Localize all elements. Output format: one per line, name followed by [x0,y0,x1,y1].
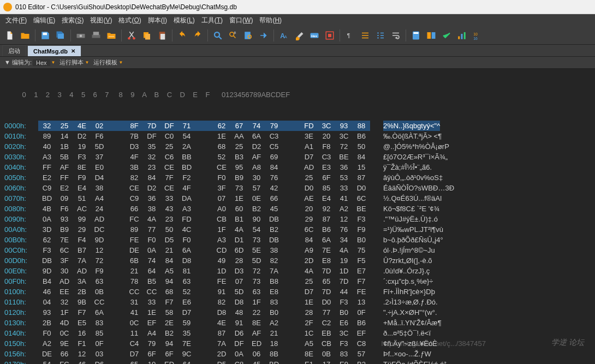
hex-bytes[interactable]: B4AD3A63 78B59463 FE0773B8 25657DF7 [38,276,370,287]
redo-button[interactable] [191,29,204,42]
menu-file[interactable]: 文件(F) [3,16,29,25]
hex-row[interactable]: 00F0h:B4AD3A63 78B59463 FE0773B8 25657DF… [0,276,595,287]
hex-row[interactable]: 0110h:04329BCC 3133F7E6 82D81F83 1ED0F31… [0,297,595,307]
cut-button[interactable] [125,29,138,42]
hex-ascii[interactable]: ½.Q¤É63Ú...f®äAl [383,193,442,204]
hex-ascii[interactable]: .2›Ì13÷æ‚Ø.ƒ.Ðó. [383,297,438,307]
hex-ascii[interactable]: ".÷jA.X×ØH"°(w°. [383,307,437,318]
replace-button[interactable]: B [227,29,240,42]
hex-ascii[interactable]: ."™­üJ#ýË±.Û)‡.ó [383,214,438,224]
find-in-files-button[interactable] [242,29,255,42]
menu-help[interactable]: 帮助(H) [257,16,284,25]
tab-chatmsg[interactable]: ChatMsg.db✕ [27,45,81,56]
hex-bytes[interactable]: 2B4DE583 0CEF2E59 4E918EA2 2FC2E6B6 [38,318,370,328]
hex-ascii[interactable]: ‰.Òö{ßÀT.ªjÃ> <¶ [383,131,442,141]
hex-row[interactable]: 00A0h:3DB929DC 8977504C 1F4A54B2 6CB676F… [0,224,595,235]
hex-bytes[interactable]: DB3F7A72 6B7484D8 49285D82 2DE819F5 [38,255,370,266]
hex-bytes[interactable]: A29EF10F C479947E 7ADFED18 A5CBF3C8 [38,338,370,349]
find-button[interactable] [211,29,224,42]
save-all-button[interactable] [54,29,67,42]
hex-row[interactable]: 0080h:4BF6AC24 663843A3 A060B245 2092A2B… [0,204,595,214]
menu-window[interactable]: 窗口(W) [227,16,255,25]
hex-bytes[interactable]: 46EE2B0B CCCC6852 915D63E8 D77D44FE [38,287,370,297]
hex-ascii[interactable]: Fî+.ÌÌhR']cè×}Dþ [383,287,435,297]
font-button[interactable]: AA [277,29,290,42]
menu-view[interactable]: 视图(V) [88,16,114,25]
hex-ascii[interactable]: +Må..ï.YN'Ž¢/Âæ¶ [383,318,442,328]
open-process-button[interactable] [90,29,103,42]
hex-bytes[interactable]: 0A9399AD FC4A23FD CBB190DB 298712F3 [38,214,370,224]
toggle-ruler-button[interactable]: ¶ [343,29,356,42]
hex-row[interactable]: 0120h:931FF76A 411E58D7 D84822B0 2877B00… [0,307,595,318]
hex-bytes[interactable]: 04329BCC 3133F7E6 82D81F83 1ED0F313 [38,297,370,307]
hex-ascii[interactable]: ÉâäÑÒÎO?sWBÐ…3Ð [383,183,454,193]
menu-format[interactable]: 格式(O) [116,16,143,25]
calculator-button[interactable] [409,29,423,42]
hex-row[interactable]: 0070h:BD0951A4 C93633DA 071E0E66 AEE4416… [0,193,595,204]
hex-bytes[interactable]: 4BF6AC24 663843A3 A060B245 2092A2BE [38,204,370,214]
hex-ascii[interactable]: @..]Ó5%*h%ÒÅ¡ørP [383,141,449,152]
hex-ascii[interactable]: Û?zrkt„ØI(],-è.õ [383,255,432,266]
hex-bytes[interactable]: 3DB929DC 8977504C 1F4A54B2 6CB676F9 [38,224,370,235]
hex-bytes[interactable]: 627EF49D FEF0D5F0 A3D173DB 846A34B0 [38,235,370,245]
hex-row[interactable]: 0020h:401B195D D335252A 6825D2C5 A1F8725… [0,141,595,152]
hex-bytes[interactable]: BD0951A4 C93633DA 071E0E66 AEE4416C [38,193,370,204]
hex-ascii[interactable]: ´­:cxµ"cþ.s¸%e}÷ [383,276,433,287]
hex-row[interactable]: 00C0h:F36CB712 DE0A216A CD6D5E38 A97E4A7… [0,245,595,255]
hex-bytes[interactable]: F00C1685 11A4B235 87D6AF21 1CEB3CEF [38,328,370,338]
linenums-button[interactable] [374,29,387,42]
hex-row[interactable]: 0010h:8914D2F6 7BDFC054 1EAA6AC3 3E203CB… [0,131,595,141]
undo-button[interactable] [176,29,189,42]
hex-bytes[interactable]: F36CB712 DE0A216A CD6D5E38 A97E4A75 [38,245,370,255]
hex-row[interactable]: 0150h:A29EF10F C479947E 7ADFED18 A5CBF3C… [0,338,595,349]
open-file-button[interactable] [19,29,32,42]
run-template-dropdown[interactable]: 运行模板 ▼ [93,58,123,67]
hex-toggle-button[interactable]: Hex [308,29,321,42]
hex-ascii[interactable]: =¹)Ü‰wPL.JT²l¶vù [383,224,443,235]
hex-row[interactable]: 0030h:A35BF337 4F32C6BB 52B3AF69 D7C3BE8… [0,152,595,162]
histogram-button[interactable] [455,29,468,42]
hex-row[interactable]: 0090h:0A9399AD FC4A23FD CBB190DB 298712F… [0,214,595,224]
hex-ascii[interactable]: Kö¬$f8C£ `²E '¢¾ [383,204,439,214]
hex-bytes[interactable]: E2FFF9D4 82847FF2 F0B93076 256F5387 [38,172,370,183]
hex-ascii[interactable]: ð...¤²5‡Ö¯!.ë<ï [383,328,431,338]
menu-search[interactable]: 搜索(S) [59,16,86,25]
open-folder-button[interactable] [105,29,118,42]
hex-bytes[interactable]: 401B195D D335252A 6825D2C5 A1F87250 [38,141,370,152]
tab-start[interactable]: 启动 [2,45,26,56]
run-script-dropdown[interactable]: 运行脚本 ▼ [59,58,89,67]
new-file-button[interactable] [3,29,16,42]
menu-edit[interactable]: 编辑(E) [31,16,57,25]
addresses-button[interactable] [359,29,372,42]
hex-ascii[interactable]: ÿ¯Žà;#Î½Î•¨„­ã6. [383,162,432,172]
hex-ascii[interactable]: ¢ñ.Äy"~zßí.¥ËóÈ [383,338,437,349]
hex-bytes[interactable]: FFAF8EE0 3B23CEBD CE95A884 ADE33615 [38,162,370,172]
hex-bytes[interactable]: 931FF76A 411E58D7 D84822B0 2877B00F [38,307,370,318]
insert-mode-button[interactable] [323,29,336,42]
hex-bytes[interactable]: 32254E02 8F7DDF71 62677479 FD3C9388 [38,121,370,131]
hex-bytes[interactable]: C9E2E438 CED2CE4F 3F735742 D08533D0 [38,183,370,193]
hex-row[interactable]: 00D0h:DB3F7A72 6B7484D8 49285D82 2DE819F… [0,255,595,266]
hex-ascii[interactable]: 2%N..}ßqbgtyý<"^ [383,121,440,131]
checksum-button[interactable] [440,29,453,42]
hex-row[interactable]: 0156h:DE661203 D76F6F9C 2D0A068B 8E0B835… [0,349,595,359]
base-converter-button[interactable]: 1016 [471,29,484,42]
hex-row[interactable]: 0000h:32254E02 8F7DDF71 62677479 FD3C938… [0,121,595,131]
hex-row[interactable]: 0100h:46EE2B0B CCCC6852 915D63E8 D77D44F… [0,287,595,297]
hex-ascii[interactable]: ól·.Þ.!jÍm^8©~Ju [383,245,435,255]
menu-script[interactable]: 脚本(I) [146,16,169,25]
hex-ascii[interactable]: b~ô.þðÕð£ÑsÛ„j4° [383,235,443,245]
hex-ascii[interactable]: âÿùÔ‚„.òð¹0v%oS‡ [383,172,443,183]
hex-ascii[interactable]: Þf..×oo-­...Ž.ƒW [383,349,431,359]
hex-bytes[interactable]: A35BF337 4F32C6BB 52B3AF69 D7C3BE84 [38,152,370,162]
hex-bytes[interactable]: 54FC46D6 6510ED64 D5C845BD E117E9B2 [38,359,370,364]
open-drive-button[interactable] [74,29,87,42]
hex-view[interactable]: 0 1 2 3 4 5 6 7 8 9 A B C D E F 01234567… [0,69,595,364]
edit-as-dropdown[interactable]: ▼ 编辑为: Hex ▼ [4,58,55,67]
copy-button[interactable] [140,29,153,42]
hex-row[interactable]: 0050h:E2FFF9D4 82847FF2 F0B93076 256F538… [0,172,595,183]
hex-row[interactable]: 0040h:FFAF8EE0 3B23CEBD CE95A884 ADE3361… [0,162,595,172]
hex-row[interactable]: 00E0h:9D30ADF9 2164A581 1DD3727A 4A7D1DE… [0,266,595,276]
compare-button[interactable] [425,29,438,42]
wordwrap-button[interactable] [389,29,402,42]
